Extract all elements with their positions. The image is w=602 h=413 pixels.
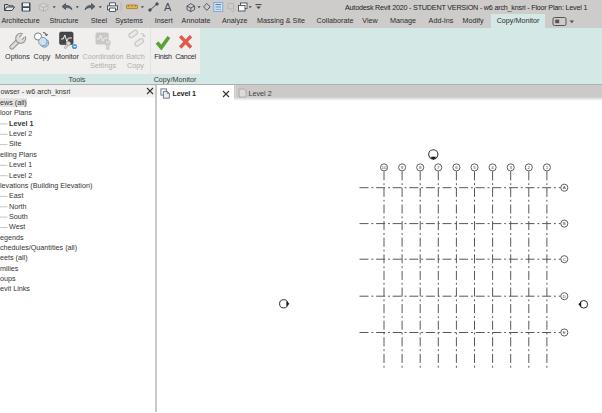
svg-text:C: C <box>563 257 566 262</box>
svg-text:B: B <box>563 221 566 226</box>
svg-text:D: D <box>563 294 566 299</box>
svg-text:A: A <box>563 185 566 190</box>
svg-text:10: 10 <box>382 165 387 170</box>
svg-text:E: E <box>563 330 566 335</box>
